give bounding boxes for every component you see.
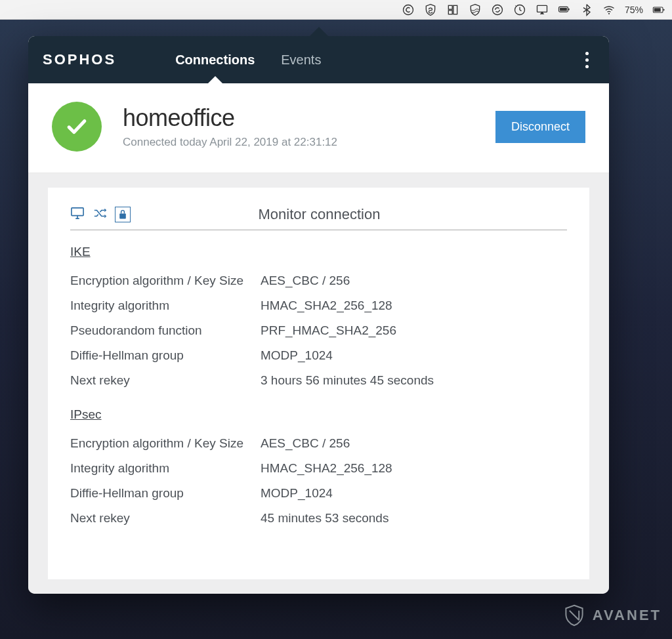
svg-rect-3 [448,10,452,14]
battery-icon[interactable] [652,3,665,16]
macos-menubar: 75% [0,0,672,20]
status-connected-icon [52,102,102,152]
ike-row-prf: Pseudorandom functionPRF_HMAC_SHA2_256 [70,318,567,343]
group-ike-label: IKE [70,245,567,259]
value: 45 minutes 53 seconds [261,511,567,526]
label: Integrity algorithm [70,299,261,313]
label: Diffie-Hellman group [70,486,261,501]
app-icon-sync-circle[interactable] [491,3,504,16]
value: 3 hours 56 minutes 45 seconds [261,373,567,388]
value: AES_CBC / 256 [261,436,567,451]
svg-rect-1 [448,5,452,9]
svg-point-4 [492,5,502,14]
svg-rect-12 [663,9,665,10]
value: AES_CBC / 256 [261,274,567,288]
svg-rect-6 [537,5,547,12]
tab-events[interactable]: Events [281,36,321,83]
label: Pseudorandom function [70,323,261,338]
wifi-icon[interactable] [602,3,616,16]
watermark: AVANET [562,604,662,627]
brand-logo: SOPHOS [43,51,116,68]
ipsec-row-encryption: Encryption algorithm / Key SizeAES_CBC /… [70,431,567,456]
ike-row-encryption: Encryption algorithm / Key SizeAES_CBC /… [70,268,567,293]
watermark-text: AVANET [593,607,662,624]
battery-percent: 75% [625,5,643,15]
connection-status-text: Connected today April 22, 2019 at 22:31:… [123,136,495,149]
ipsec-row-integrity: Integrity algorithmHMAC_SHA2_256_128 [70,456,567,481]
label: Next rekey [70,511,261,526]
svg-rect-9 [560,8,567,11]
label: Encryption algorithm / Key Size [70,436,261,451]
sophos-connect-window: SOPHOS Connections Events homeoffice Con… [28,36,609,594]
time-machine-icon[interactable] [513,3,526,16]
monitor-card: Monitor connection IKE Encryption algori… [48,188,589,579]
value: HMAC_SHA2_256_128 [261,461,567,476]
svg-rect-8 [568,9,570,10]
airplay-icon[interactable] [536,3,549,16]
tab-connections[interactable]: Connections [175,36,255,83]
app-icon-shield-s[interactable] [424,3,437,16]
label: Next rekey [70,373,261,388]
value: MODP_1024 [261,348,567,363]
ike-row-dh: Diffie-Hellman groupMODP_1024 [70,343,567,368]
tabs: Connections Events [175,36,321,83]
monitor-section-header: Monitor connection [70,206,567,230]
ike-row-rekey: Next rekey3 hours 56 minutes 45 seconds [70,368,567,393]
svg-rect-13 [654,8,661,11]
svg-point-10 [608,12,610,14]
ipsec-row-rekey: Next rekey45 minutes 53 seconds [70,506,567,531]
monitor-title: Monitor connection [72,206,567,223]
label: Encryption algorithm / Key Size [70,274,261,288]
svg-point-0 [403,5,413,14]
app-icon-circle-c[interactable] [402,3,415,16]
app-icon-grid[interactable] [446,3,459,16]
label: Diffie-Hellman group [70,348,261,363]
value: HMAC_SHA2_256_128 [261,299,567,313]
bluetooth-icon[interactable] [580,3,593,16]
battery-full-icon[interactable] [558,3,571,16]
ike-row-integrity: Integrity algorithmHMAC_SHA2_256_128 [70,293,567,318]
disconnect-button[interactable]: Disconnect [495,111,585,143]
group-ipsec-label: IPsec [70,407,567,422]
popover-caret [310,27,328,36]
body: Monitor connection IKE Encryption algori… [28,173,609,594]
app-icon-shield-stripes[interactable] [469,3,482,16]
connection-name: homeoffice [123,104,495,132]
kebab-menu[interactable] [579,52,595,68]
ipsec-row-dh: Diffie-Hellman groupMODP_1024 [70,481,567,506]
value: PRF_HMAC_SHA2_256 [261,323,567,338]
titlebar: SOPHOS Connections Events [28,36,609,83]
value: MODP_1024 [261,486,567,501]
label: Integrity algorithm [70,461,261,476]
connection-header: homeoffice Connected today April 22, 201… [28,83,609,173]
svg-rect-2 [453,5,457,14]
